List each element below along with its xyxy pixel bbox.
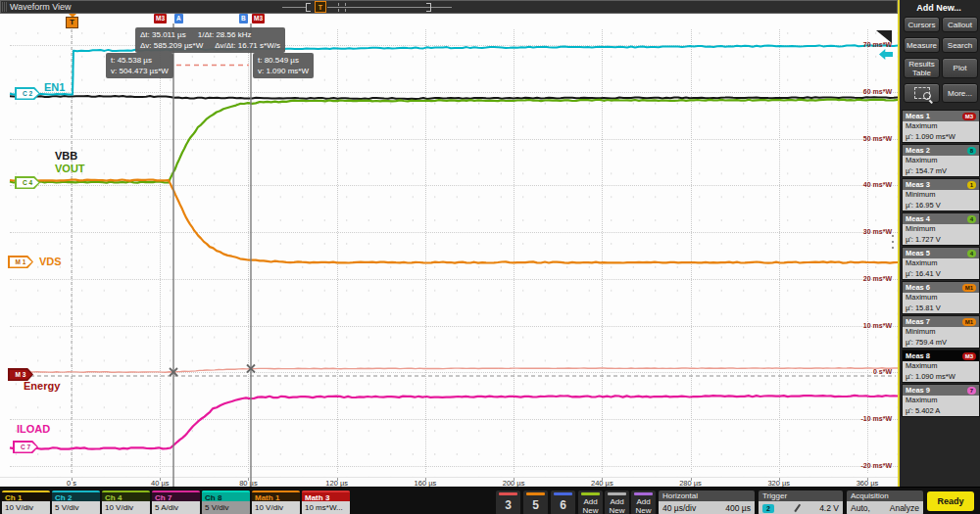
meas-function: Minimum: [906, 224, 976, 235]
channel-color-bar: [581, 492, 600, 495]
meas-value: µ': 1.090 ms*W: [906, 132, 976, 143]
meas-card-header: Meas 44: [903, 213, 979, 224]
y-tick-label: 30 ms*W: [839, 228, 892, 235]
vbb-label[interactable]: VBB: [55, 150, 77, 162]
channel-7-tag[interactable]: C 7: [13, 441, 38, 453]
channel-badge-ch2[interactable]: Ch 25 V/div: [52, 491, 100, 514]
meas-name: Meas 1: [906, 112, 930, 120]
channel-4-tag[interactable]: C 4: [15, 176, 40, 189]
trigger-level: 4.2 V: [819, 503, 839, 513]
meas-card[interactable]: Meas 54Maximumµ': 16.41 V: [902, 247, 980, 280]
add-label: Add New: [605, 497, 629, 514]
meas-card[interactable]: Meas 1M3Maximumµ': 1.090 ms*W: [902, 110, 980, 143]
y-tick-label: 60 ms*W: [839, 88, 892, 95]
horizontal-settings[interactable]: Horizontal 40 µs/div 400 µs: [659, 491, 755, 514]
cursor-a-source-flag[interactable]: M3: [154, 14, 167, 23]
cursors-button[interactable]: Cursors: [904, 17, 940, 32]
channel-badge-ch4[interactable]: Ch 410 V/div: [102, 491, 150, 514]
search-button[interactable]: Search: [942, 37, 978, 53]
y-gridline: [10, 466, 898, 467]
overview-cursor-tick: [338, 3, 339, 12]
trigger-source-badge[interactable]: 2: [762, 504, 774, 513]
meas-name: Meas 8: [906, 351, 930, 360]
channel-badge-m1[interactable]: Math 110 V/div: [252, 491, 300, 514]
time-axis: 0 s40 µs80 µs120 µs160 µs200 µs240 µs280…: [0, 477, 900, 487]
cursor-b-source-flag[interactable]: M3: [252, 14, 265, 23]
trigger-marker[interactable]: T: [66, 17, 78, 28]
y-gridline: [10, 139, 898, 140]
zoom-area-button[interactable]: [904, 83, 940, 103]
meas-card[interactable]: Meas 28Maximumµ': 154.7 mV: [902, 144, 980, 177]
meas-name: Meas 4: [906, 214, 930, 223]
more-button[interactable]: More...: [942, 83, 978, 103]
ready-status-button[interactable]: Ready: [927, 491, 974, 511]
y-gridline: [10, 372, 898, 373]
meas-card-body: Maximumµ': 16.41 V: [903, 258, 979, 279]
vds-label[interactable]: VDS: [39, 256, 62, 267]
channel-color-bar: [554, 492, 572, 495]
acquisition-mode: Auto,: [851, 503, 870, 513]
inactive-channel-slot-6[interactable]: 6: [551, 491, 575, 514]
meas-function: Maximum: [906, 293, 976, 304]
meas-value: µ': 759.4 mV: [906, 338, 976, 349]
vout-label[interactable]: VOUT: [55, 163, 85, 174]
x-gridline: [248, 29, 249, 473]
iload-label[interactable]: ILOAD: [17, 423, 50, 435]
x-tick-mark: [691, 478, 692, 481]
titlebar-grip-icon[interactable]: [2, 2, 7, 12]
meas-value: µ': 16.41 V: [906, 269, 976, 280]
acquisition-settings[interactable]: Acquisition Auto, Analyze: [847, 491, 923, 514]
meas-function: Minimum: [906, 327, 976, 338]
meas-value: µ': 5.402 A: [906, 406, 976, 417]
meas-card-header: Meas 6M1: [903, 282, 979, 293]
x-tick-mark: [779, 478, 780, 481]
add-channel-button[interactable]: Add New: [605, 491, 629, 514]
meas-card-body: Maximumµ': 1.090 ms*W: [903, 121, 979, 142]
channel-scale: 5 A/div: [152, 501, 200, 514]
view-title: Waveform View: [10, 2, 72, 12]
cursor-b-flag[interactable]: B: [239, 14, 248, 23]
x-tick-mark: [72, 478, 73, 481]
add-channel-button[interactable]: Add New: [578, 491, 603, 514]
inactive-channel-slot-3[interactable]: 3: [496, 491, 520, 514]
channel-badge-ch7[interactable]: Ch 75 A/div: [152, 491, 200, 514]
right-sidebar: Add New... Cursors Callout Measure Searc…: [898, 0, 980, 487]
channel-2-tag[interactable]: C 2: [15, 87, 40, 100]
acquisition-label: Acquisition: [847, 491, 923, 501]
meas-card[interactable]: Meas 44Minimumµ': 1.727 V: [902, 212, 980, 246]
trigger-label: Trigger: [759, 491, 843, 501]
channel-badge-m3[interactable]: Math 310 ms*W...: [302, 491, 350, 514]
channel-badge-ch1[interactable]: Ch 110 V/div: [2, 491, 50, 514]
add-label: Add New: [578, 497, 603, 514]
meas-source-badge: 1: [967, 181, 976, 189]
add-channel-button[interactable]: Add New: [631, 491, 656, 514]
measure-button[interactable]: Measure: [904, 37, 940, 53]
panel-drag-handle[interactable]: [891, 233, 895, 251]
y-gridline: [10, 419, 898, 420]
meas-card[interactable]: Meas 31Minimumµ': 16.95 V: [902, 178, 980, 211]
meas-card[interactable]: Meas 97Maximumµ': 5.402 A: [902, 384, 980, 417]
overview-trigger-marker[interactable]: T: [315, 1, 326, 13]
meas-name: Meas 3: [906, 180, 930, 189]
meas-card[interactable]: Meas 7M1Minimumµ': 759.4 mV: [902, 315, 980, 349]
waveform-view-titlebar[interactable]: Waveform View T: [0, 0, 898, 14]
graticule[interactable]: [0, 14, 898, 477]
energy-label[interactable]: Energy: [24, 380, 60, 392]
cursor-a-flag[interactable]: A: [174, 14, 183, 23]
results-table-button[interactable]: Results Table: [904, 58, 940, 78]
inactive-channel-slot-5[interactable]: 5: [523, 491, 548, 514]
math-1-tag[interactable]: M 1: [8, 256, 33, 268]
meas-card[interactable]: Meas 8M3Maximumµ': 1.090 ms*W: [902, 350, 980, 383]
meas-card[interactable]: Meas 6M1Maximumµ': 15.81 V: [902, 281, 980, 314]
en1-label[interactable]: EN1: [44, 81, 65, 93]
cursor-b-value: v: 1.090 ms*W: [258, 66, 309, 76]
x-gridline: [160, 29, 161, 473]
callout-button[interactable]: Callout: [942, 17, 978, 32]
overview-left-bracket[interactable]: [306, 3, 311, 12]
plot-button[interactable]: Plot: [942, 58, 978, 78]
overview-right-bracket[interactable]: [426, 3, 431, 12]
channel-badge-ch8[interactable]: Ch 85 V/div: [202, 491, 250, 514]
channel-name: Ch 1: [2, 491, 50, 501]
meas-card-body: Minimumµ': 16.95 V: [903, 190, 979, 210]
trigger-settings[interactable]: Trigger 2 4.2 V: [759, 491, 843, 514]
